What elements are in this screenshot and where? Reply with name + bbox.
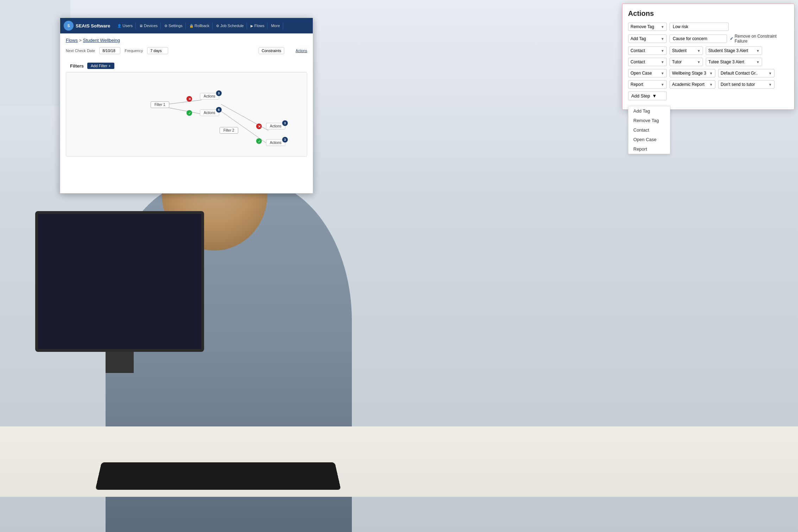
add-tag-arrow: ▼ [661, 37, 664, 41]
report-label: Report [631, 82, 643, 87]
constraints-btn[interactable]: Constraints [259, 47, 285, 54]
frequency-label: Frequency [125, 49, 143, 53]
wellbeing-stage-select[interactable]: Wellbeing Stage 3 ▼ [670, 69, 715, 77]
dropdown-open-case[interactable]: Open Case [628, 135, 670, 144]
contact-tutor-select[interactable]: Contact ▼ [628, 58, 667, 66]
tutee-alert-label: Tutee Stage 3 Alert [708, 59, 744, 64]
add-step-label: Add Step [631, 93, 650, 99]
dont-send-label: Don't send to tutor [721, 82, 755, 87]
academic-report-select[interactable]: Academic Report ▼ [670, 80, 715, 89]
tutee-alert-arrow: ▼ [756, 60, 760, 64]
brand: S SEAtS Software [64, 21, 110, 31]
add-filter-button[interactable]: Add Filter + [87, 63, 114, 69]
tutor-type-label: Tutor [672, 59, 682, 64]
remove-constraint-checkbox-item: ✓ Remove on Constraint Failure [730, 34, 788, 44]
actions-node-2[interactable]: Actions 6 [200, 109, 219, 116]
dropdown-report[interactable]: Report [628, 144, 670, 154]
nav-more-label: More [271, 24, 280, 28]
filter2-label: Filter 2 [223, 128, 234, 132]
dropdown-contact[interactable]: Contact [628, 125, 670, 135]
actions-row-remove-tag: Remove Tag ▼ [628, 23, 788, 31]
next-check-input[interactable]: 8/10/18 [99, 47, 120, 54]
settings-icon: ⚙ [164, 24, 167, 28]
dropdown-remove-tag[interactable]: Remove Tag [628, 116, 670, 125]
actions-row-contact-tutor: Contact ▼ Tutor ▼ Tutee Stage 3 Alert ▼ [628, 58, 788, 66]
contact-student-select[interactable]: Contact ▼ [628, 46, 667, 55]
student-alert-arrow: ▼ [756, 49, 760, 53]
svg-point-10 [256, 138, 262, 144]
users-icon: 👤 [117, 24, 121, 28]
navbar: S SEAtS Software 👤 Users 🖥 Devices ⚙ Set… [60, 18, 313, 33]
badge-3: 3 [282, 120, 288, 126]
nav-flows-label: Flows [254, 24, 265, 28]
report-select[interactable]: Report ▼ [628, 80, 667, 89]
checkmark-icon: ✓ [730, 36, 733, 41]
wellbeing-stage-arrow: ▼ [709, 71, 713, 75]
open-case-select[interactable]: Open Case ▼ [628, 69, 667, 77]
dropdown-add-tag[interactable]: Add Tag [628, 106, 670, 116]
actions-node-3[interactable]: Actions 3 [266, 123, 285, 129]
low-risk-input[interactable] [670, 23, 729, 31]
actions-node-4[interactable]: Actions 3 [266, 139, 285, 146]
student-alert-label: Student Stage 3 Alert [708, 48, 748, 53]
breadcrumb-root[interactable]: Flows [66, 38, 78, 43]
nav-jobschedule[interactable]: ⚙ Job Schedule [213, 22, 247, 29]
flows-icon: ▶ [251, 24, 253, 28]
contact-tutor-arrow: ▼ [661, 60, 664, 64]
badge-4: 3 [282, 137, 288, 142]
svg-line-0 [168, 100, 202, 104]
add-step-select[interactable]: Add Step ▼ [628, 91, 667, 100]
report-arrow: ▼ [661, 83, 664, 87]
contact-tutor-label: Contact [631, 59, 645, 64]
tutee-alert-select[interactable]: Tutee Stage 3 Alert ▼ [706, 58, 762, 66]
nav-jobschedule-label: Job Schedule [220, 24, 244, 28]
actions-row-open-case: Open Case ▼ Wellbeing Stage 3 ▼ Default … [628, 69, 788, 77]
filter2-node: Filter 2 [220, 127, 238, 134]
student-alert-select[interactable]: Student Stage 3 Alert ▼ [706, 46, 762, 55]
contact-student-label: Contact [631, 48, 645, 53]
brand-name: SEAtS Software [76, 23, 110, 28]
add-tag-select[interactable]: Add Tag ▼ [628, 34, 667, 43]
remove-tag-select[interactable]: Remove Tag ▼ [628, 23, 667, 31]
cause-concern-input[interactable] [670, 34, 727, 43]
breadcrumb-current[interactable]: Student Wellbeing [83, 38, 120, 43]
svg-line-2 [221, 104, 268, 131]
dont-send-select[interactable]: Don't send to tutor ▼ [718, 80, 774, 89]
monitor [35, 211, 204, 352]
nav-settings[interactable]: ⚙ Settings [162, 22, 186, 29]
nav-devices[interactable]: 🖥 Devices [137, 22, 161, 29]
breadcrumb-separator: > [79, 38, 83, 43]
wellbeing-stage-label: Wellbeing Stage 3 [672, 71, 706, 76]
actions-btn-top[interactable]: Actions [296, 49, 307, 53]
contact-group-label: Default Contact Gr.. [721, 71, 758, 76]
keyboard [95, 462, 341, 489]
svg-text:✕: ✕ [258, 125, 261, 128]
actions-row-contact-student: Contact ▼ Student ▼ Student Stage 3 Aler… [628, 46, 788, 55]
dont-send-arrow: ▼ [768, 83, 772, 87]
add-step-dropdown: Add Tag Remove Tag Contact Open Case Rep… [628, 106, 670, 154]
contact-student-arrow: ▼ [661, 49, 664, 53]
actions-panel: Actions Remove Tag ▼ Add Tag ▼ ✓ Remove … [622, 4, 794, 110]
student-type-arrow: ▼ [697, 49, 701, 53]
student-type-select[interactable]: Student ▼ [670, 46, 703, 55]
svg-point-8 [256, 124, 262, 129]
nav-rollback[interactable]: 🔒 Rollback [186, 22, 213, 29]
nav-flows[interactable]: ▶ Flows [248, 22, 268, 29]
add-tag-label: Add Tag [631, 36, 646, 41]
jobschedule-icon: ⚙ [216, 24, 219, 28]
frequency-input[interactable]: 7 days [147, 47, 168, 54]
nav-more[interactable]: More [268, 22, 283, 29]
badge-2: 6 [216, 107, 222, 113]
tutor-type-select[interactable]: Tutor ▼ [670, 58, 703, 66]
contact-group-arrow: ▼ [768, 71, 772, 75]
remove-tag-arrow: ▼ [661, 25, 664, 29]
nav-rollback-label: Rollback [195, 24, 209, 28]
open-case-label: Open Case [631, 71, 652, 76]
nav-users[interactable]: 👤 Users [114, 22, 136, 29]
svg-text:✕: ✕ [188, 97, 191, 101]
academic-report-arrow: ▼ [709, 83, 713, 87]
contact-group-select[interactable]: Default Contact Gr.. ▼ [718, 69, 774, 77]
actions-row-report: Report ▼ Academic Report ▼ Don't send to… [628, 80, 788, 89]
controls-row: Next Check Date 8/10/18 Frequency 7 days… [66, 47, 307, 54]
actions-node-1[interactable]: Actions 3 [200, 93, 219, 100]
